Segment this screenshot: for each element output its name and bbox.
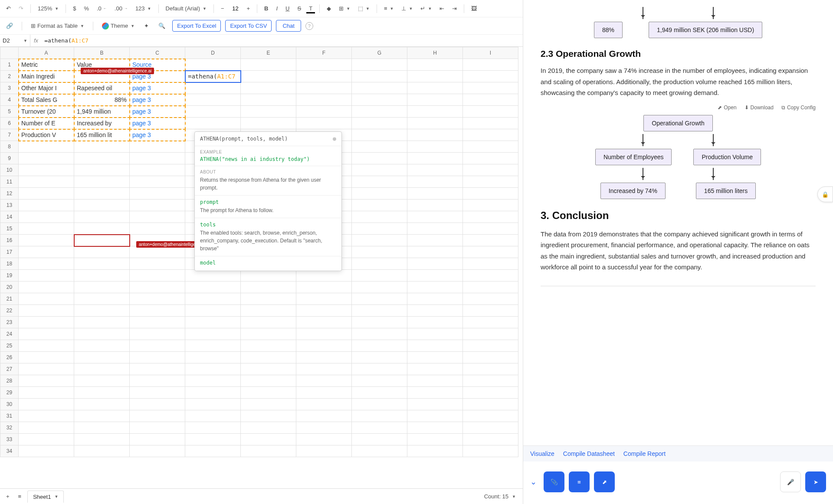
cell[interactable] — [130, 211, 185, 223]
cell[interactable] — [407, 387, 463, 399]
cell[interactable] — [130, 246, 185, 258]
column-header[interactable]: I — [463, 47, 518, 59]
cell[interactable] — [130, 176, 185, 188]
help-icon[interactable]: ? — [305, 22, 313, 30]
column-header[interactable]: C — [130, 47, 185, 59]
cell[interactable] — [352, 293, 407, 305]
cell[interactable] — [185, 118, 241, 129]
cell[interactable] — [352, 141, 407, 153]
cell[interactable] — [463, 223, 518, 235]
cell[interactable] — [296, 270, 352, 281]
cell[interactable] — [352, 71, 407, 82]
cell[interactable]: Metric — [19, 59, 74, 71]
cell[interactable] — [74, 317, 130, 328]
cell[interactable] — [74, 363, 130, 375]
cell[interactable] — [463, 200, 518, 211]
cell[interactable] — [407, 363, 463, 375]
cell[interactable] — [241, 82, 296, 94]
row-header[interactable]: 26 — [0, 352, 19, 363]
export-csv-button[interactable]: Export To CSV — [225, 20, 272, 32]
valign-button[interactable]: ⊥▼ — [399, 3, 415, 13]
cell[interactable] — [241, 375, 296, 387]
zoom-select[interactable]: 125%▼ — [35, 3, 61, 13]
row-header[interactable]: 15 — [0, 223, 19, 235]
cell[interactable] — [185, 94, 241, 106]
column-header[interactable]: G — [352, 47, 407, 59]
cell[interactable]: page 3 — [130, 94, 185, 106]
cell[interactable] — [463, 164, 518, 176]
cell[interactable] — [463, 305, 518, 317]
cell[interactable] — [185, 387, 241, 399]
merge-button[interactable]: ⬚▼ — [355, 3, 372, 13]
cell[interactable] — [463, 317, 518, 328]
undo-button[interactable]: ↶ — [3, 3, 13, 13]
cell[interactable] — [241, 352, 296, 363]
column-header[interactable]: A — [19, 47, 74, 59]
cell[interactable] — [352, 434, 407, 445]
cell[interactable] — [463, 281, 518, 293]
cell[interactable] — [407, 106, 463, 118]
cell[interactable] — [352, 246, 407, 258]
cell[interactable] — [352, 118, 407, 129]
cell[interactable] — [19, 434, 74, 445]
cell[interactable] — [241, 434, 296, 445]
cell[interactable] — [241, 305, 296, 317]
currency-button[interactable]: $ — [70, 3, 79, 13]
redo-button[interactable]: ↷ — [16, 3, 26, 13]
cell[interactable] — [407, 82, 463, 94]
cell[interactable] — [407, 223, 463, 235]
cell[interactable] — [19, 211, 74, 223]
wrap-button[interactable]: ↵▼ — [418, 3, 434, 13]
cell[interactable] — [407, 188, 463, 200]
cell[interactable] — [241, 328, 296, 340]
cell[interactable] — [463, 375, 518, 387]
italic-button[interactable]: I — [273, 3, 280, 13]
cell[interactable] — [74, 410, 130, 422]
cell[interactable] — [463, 399, 518, 410]
cell[interactable] — [74, 200, 130, 211]
cell[interactable]: page 3 — [130, 118, 185, 129]
row-header[interactable]: 16 — [0, 235, 19, 246]
cell[interactable] — [185, 281, 241, 293]
cell[interactable] — [185, 328, 241, 340]
mic-button[interactable]: 🎤 — [780, 471, 801, 492]
cell[interactable] — [130, 422, 185, 434]
row-header[interactable]: 7 — [0, 129, 19, 141]
cell[interactable] — [74, 141, 130, 153]
cell[interactable] — [407, 352, 463, 363]
cell[interactable] — [463, 258, 518, 270]
open-button[interactable]: ⬈ Open — [718, 105, 736, 111]
cell[interactable] — [352, 363, 407, 375]
cell[interactable] — [463, 340, 518, 352]
row-header[interactable]: 10 — [0, 164, 19, 176]
cell[interactable]: page 3 — [130, 82, 185, 94]
cell[interactable] — [296, 375, 352, 387]
cell[interactable] — [352, 445, 407, 457]
cell[interactable] — [74, 422, 130, 434]
cell[interactable] — [241, 410, 296, 422]
cell[interactable] — [407, 211, 463, 223]
link-button[interactable]: 🔗 — [3, 21, 16, 31]
cell[interactable] — [463, 211, 518, 223]
cell[interactable] — [74, 445, 130, 457]
cell[interactable] — [296, 399, 352, 410]
cell[interactable] — [352, 340, 407, 352]
font-size-input[interactable] — [230, 5, 242, 12]
cell[interactable] — [19, 399, 74, 410]
cell[interactable] — [130, 363, 185, 375]
indent-increase-button[interactable]: ⇥ — [449, 3, 459, 13]
cell[interactable] — [130, 223, 185, 235]
cell[interactable] — [130, 153, 185, 164]
cell[interactable] — [185, 399, 241, 410]
cell[interactable] — [74, 375, 130, 387]
column-header[interactable]: H — [407, 47, 463, 59]
cell[interactable] — [296, 281, 352, 293]
export-excel-button[interactable]: Export To Excel — [172, 20, 221, 32]
cell[interactable] — [352, 200, 407, 211]
row-header[interactable]: 22 — [0, 305, 19, 317]
cell[interactable] — [407, 235, 463, 246]
cell[interactable] — [185, 106, 241, 118]
cell[interactable] — [130, 317, 185, 328]
halign-button[interactable]: ≡▼ — [381, 3, 397, 13]
indent-decrease-button[interactable]: ⇤ — [437, 3, 447, 13]
